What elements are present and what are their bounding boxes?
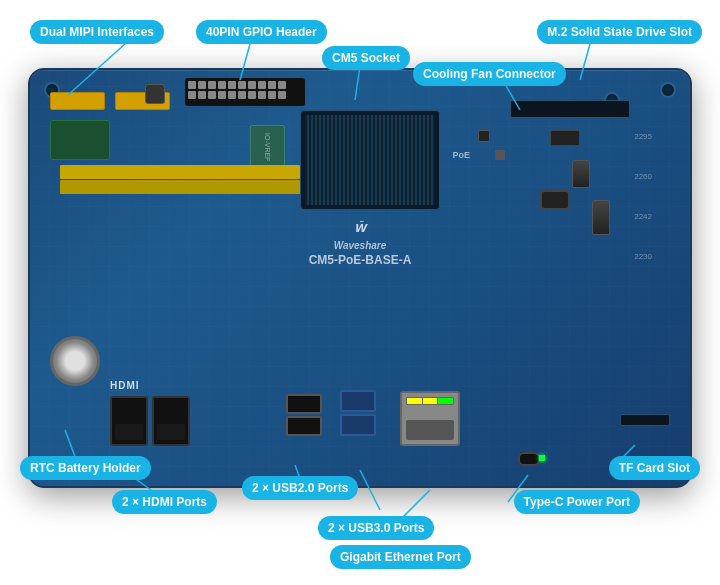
label-hdmi-ports: 2 × HDMI Ports — [112, 490, 217, 514]
usb2-ports-group — [286, 394, 322, 436]
mipi-connector-0 — [50, 92, 105, 110]
label-usb2-ports: 2 × USB2.0 Ports — [242, 476, 358, 500]
poe-label: PoE — [452, 150, 470, 160]
fan-connector-component — [550, 130, 580, 146]
gpio-header — [185, 78, 305, 106]
hdmi-port-1 — [152, 396, 190, 446]
ethernet-port — [400, 391, 460, 446]
label-gpio-header: 40PIN GPIO Header — [196, 20, 327, 44]
diagram-container: IO-VREF PoE 2295 2260 2242 2230 W̃ W — [0, 0, 720, 585]
usb3-ports-group — [340, 390, 376, 436]
label-cm5-socket: CM5 Socket — [322, 46, 410, 70]
gpio-row-2 — [60, 180, 300, 194]
usb3-port-1 — [340, 414, 376, 436]
board-info: Waveshare CM5-PoE-BASE-A — [309, 240, 412, 267]
gpio-row — [60, 165, 300, 179]
capacitor-1 — [592, 200, 610, 235]
small-component-1 — [495, 150, 505, 160]
small-component-0 — [478, 130, 490, 142]
tf-slot — [620, 414, 670, 426]
usb3-port-0 — [340, 390, 376, 412]
capacitor-0 — [572, 160, 590, 188]
m2-size-2242: 2242 — [634, 212, 652, 221]
usb2-port-0 — [286, 394, 322, 414]
label-dual-mipi: Dual MIPI Interfaces — [30, 20, 164, 44]
m2-size-2260: 2260 — [634, 172, 652, 181]
cm5-socket — [300, 110, 440, 210]
io-vref: IO-VREF — [250, 125, 285, 170]
label-cooling-fan: Cooling Fan Connector — [413, 62, 566, 86]
usb2-port-1 — [286, 416, 322, 436]
m2-slot — [510, 100, 630, 118]
label-tf-card: TF Card Slot — [609, 456, 700, 480]
pcb-board: IO-VREF PoE 2295 2260 2242 2230 W̃ W — [28, 68, 692, 488]
label-gigabit-eth: Gigabit Ethernet Port — [330, 545, 471, 569]
push-button — [145, 84, 165, 104]
inductor — [540, 190, 570, 210]
hdmi-port-0 — [110, 396, 148, 446]
typec-port — [518, 452, 540, 466]
label-usb3-ports: 2 × USB3.0 Ports — [318, 516, 434, 540]
waveshare-logo: W̃ — [354, 222, 366, 235]
green-component — [50, 120, 110, 160]
m2-size-2295: 2295 — [634, 132, 652, 141]
label-m2-slot: M.2 Solid State Drive Slot — [537, 20, 702, 44]
battery-holder-component — [50, 336, 100, 386]
mounting-hole — [660, 82, 676, 98]
hdmi-ports-group — [110, 396, 190, 446]
hdmi-board-label: HDMI — [110, 380, 140, 391]
led-indicator — [539, 455, 545, 461]
m2-size-2230: 2230 — [634, 252, 652, 261]
label-rtc-battery: RTC Battery Holder — [20, 456, 151, 480]
label-typec-power: Type-C Power Port — [514, 490, 640, 514]
